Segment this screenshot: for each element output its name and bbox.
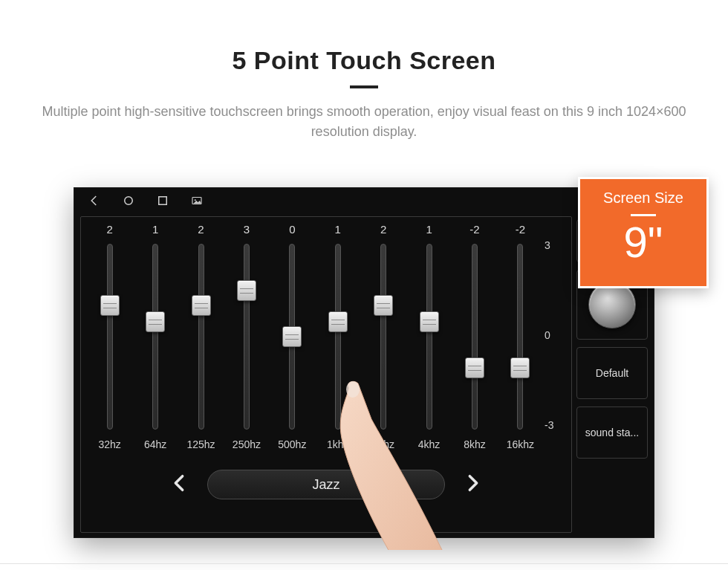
equalizer-panel: 232hz164hz2125hz3250hz0500hz11khz22khz14… (80, 216, 572, 533)
page-divider (0, 563, 728, 564)
eq-slider-thumb[interactable] (146, 311, 165, 332)
svg-point-0 (125, 197, 133, 205)
eq-band-freq: 8khz (464, 438, 486, 453)
device-screenshot: 232hz164hz2125hz3250hz0500hz11khz22khz14… (74, 188, 654, 537)
eq-slider[interactable] (335, 244, 341, 430)
eq-band: 14khz (406, 223, 452, 453)
default-button-label: Default (596, 367, 628, 379)
eq-band: 164hz (132, 223, 178, 453)
preset-next-button[interactable] (463, 473, 484, 496)
eq-slider[interactable] (244, 244, 250, 430)
eq-band-value: 1 (426, 223, 432, 239)
eq-slider[interactable] (472, 244, 478, 430)
image-icon[interactable] (190, 194, 204, 210)
eq-slider[interactable] (380, 244, 386, 430)
sound-stage-button[interactable]: sound sta... (576, 407, 648, 459)
eq-band-value: 1 (152, 223, 158, 239)
badge-value: 9" (624, 221, 663, 264)
eq-band-freq: 32hz (99, 438, 121, 453)
svg-rect-1 (159, 197, 167, 205)
title-underline (350, 85, 378, 88)
eq-scale: 3 0 -3 (543, 223, 565, 453)
eq-band-value: -2 (516, 223, 525, 239)
eq-band: 3250hz (224, 223, 269, 453)
badge-label: Screen Size (603, 190, 683, 207)
eq-band-value: 3 (244, 223, 250, 239)
eq-band-value: 1 (335, 223, 341, 239)
eq-band-value: 2 (107, 223, 113, 239)
eq-band-freq: 125hz (186, 438, 215, 453)
scale-min: -3 (545, 419, 553, 431)
page-subtitle: Multiple point high-sensitive touchscree… (0, 102, 728, 142)
scale-zero: 0 (545, 329, 550, 341)
eq-slider[interactable] (198, 244, 204, 430)
eq-slider-thumb[interactable] (237, 280, 256, 301)
eq-band: 232hz (87, 223, 132, 453)
page-title: 5 Point Touch Screen (0, 46, 728, 75)
eq-slider-thumb[interactable] (420, 311, 439, 332)
eq-band: 11khz (315, 223, 360, 453)
badge-divider (631, 214, 656, 216)
scale-max: 3 (545, 239, 550, 251)
eq-slider[interactable] (107, 244, 113, 430)
android-navbar (74, 188, 654, 216)
eq-sliders: 232hz164hz2125hz3250hz0500hz11khz22khz14… (87, 223, 565, 453)
eq-band: -28khz (452, 223, 497, 453)
eq-band-value: 2 (380, 223, 386, 239)
eq-slider-thumb[interactable] (328, 311, 348, 332)
eq-slider[interactable] (517, 244, 523, 430)
eq-band: -216khz (498, 223, 543, 453)
home-icon[interactable] (122, 194, 135, 210)
eq-slider-thumb[interactable] (465, 357, 484, 378)
eq-band: 2125hz (178, 223, 224, 453)
eq-slider[interactable] (426, 244, 432, 430)
sound-stage-label: sound sta... (585, 427, 639, 438)
preset-selector[interactable]: Jazz (207, 470, 445, 499)
eq-band-freq: 250hz (233, 438, 261, 453)
eq-band-value: 0 (289, 223, 295, 239)
svg-point-3 (195, 199, 196, 201)
eq-slider-thumb[interactable] (510, 357, 530, 378)
eq-slider-thumb[interactable] (100, 295, 120, 316)
eq-band-freq: 2khz (372, 438, 394, 453)
screen-size-badge: Screen Size 9" (578, 177, 709, 288)
eq-slider[interactable] (289, 244, 295, 430)
eq-band-freq: 500hz (278, 438, 306, 453)
eq-slider-thumb[interactable] (282, 326, 302, 347)
eq-band: 0500hz (270, 223, 315, 453)
eq-band-freq: 1khz (327, 438, 349, 453)
eq-band: 22khz (360, 223, 406, 453)
recents-icon[interactable] (156, 194, 169, 210)
default-button[interactable]: Default (576, 347, 648, 399)
eq-band-value: -2 (469, 223, 479, 239)
preset-prev-button[interactable] (169, 473, 189, 496)
eq-band-freq: 16khz (507, 438, 534, 453)
eq-slider[interactable] (152, 244, 158, 430)
back-icon[interactable] (88, 194, 101, 210)
eq-band-freq: 4khz (418, 438, 441, 453)
eq-slider-thumb[interactable] (192, 295, 211, 316)
eq-band-freq: 64hz (144, 438, 166, 453)
eq-slider-thumb[interactable] (374, 295, 393, 316)
eq-band-value: 2 (198, 223, 204, 239)
